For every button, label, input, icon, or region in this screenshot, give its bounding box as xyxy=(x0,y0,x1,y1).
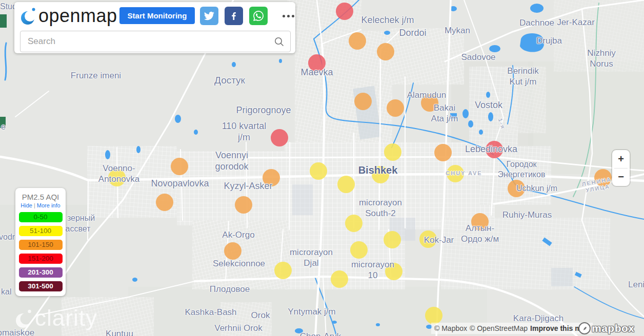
legend-entry: 301-500 xyxy=(19,281,63,291)
dot-icon xyxy=(287,15,290,17)
facebook-icon xyxy=(229,11,239,21)
mapbox-logo-icon xyxy=(578,322,591,334)
search-input[interactable] xyxy=(21,36,274,47)
legend-entry: 201-300 xyxy=(19,267,63,278)
start-monitoring-button[interactable]: Start Monitoring xyxy=(119,7,195,24)
zoom-out-button[interactable]: − xyxy=(612,169,630,186)
twitter-icon xyxy=(204,11,214,21)
more-options-button[interactable] xyxy=(277,8,299,24)
map-attribution: © Mapbox © OpenStreetMap Improve this ma… xyxy=(431,323,593,334)
zoom-in-button[interactable]: + xyxy=(612,150,630,168)
app: StudFrunze imeniДостукPrigorognoye110 kv… xyxy=(0,0,644,336)
twitter-button[interactable] xyxy=(200,7,218,25)
openmap-logo-icon xyxy=(21,6,37,26)
legend-entry: 151-200 xyxy=(19,254,63,264)
legend-entry: 101-150 xyxy=(19,240,63,250)
openmap-logo-text: openmap xyxy=(38,5,117,27)
dot-icon xyxy=(292,15,294,17)
facebook-button[interactable] xyxy=(225,7,243,25)
mapbox-logo-text: mapbox xyxy=(592,322,635,334)
mapbox-attribution-link[interactable]: © Mapbox xyxy=(434,324,467,332)
clarity-logo-icon xyxy=(15,307,33,329)
legend-entry: 0-50 xyxy=(19,212,63,222)
dot-icon xyxy=(283,15,285,17)
openmap-logo[interactable]: openmap xyxy=(21,5,117,27)
search-icon[interactable] xyxy=(274,37,284,47)
legend-title: PM2.5 AQI xyxy=(15,193,66,201)
legend-more-info-link[interactable]: More info xyxy=(37,202,61,208)
clarity-watermark-text: clarity xyxy=(35,305,97,331)
whatsapp-icon xyxy=(253,11,264,21)
zoom-control: + − xyxy=(612,150,630,186)
legend-link-separator: | xyxy=(34,202,35,208)
mapbox-logo[interactable]: mapbox xyxy=(578,322,635,334)
legend-links: Hide|More info xyxy=(15,202,66,208)
legend-entry: 51-100 xyxy=(19,226,63,236)
header-card: openmap Start Monitoring xyxy=(14,2,295,53)
legend-hide-link[interactable]: Hide xyxy=(21,202,32,208)
whatsapp-button[interactable] xyxy=(249,7,268,25)
osm-attribution-link[interactable]: © OpenStreetMap xyxy=(470,324,528,332)
legend-entries: 0-5051-100101-150151-200201-300301-500 xyxy=(15,212,66,291)
search-box xyxy=(20,31,291,52)
clarity-watermark[interactable]: clarity xyxy=(15,305,97,331)
aqi-legend-panel: PM2.5 AQI Hide|More info 0-5051-100101-1… xyxy=(15,188,66,296)
